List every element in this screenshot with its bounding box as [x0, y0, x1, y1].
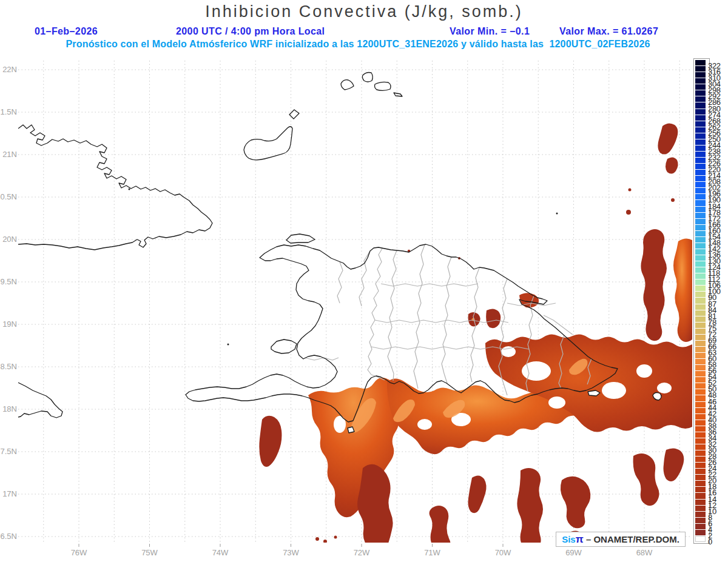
colorbar-box: [695, 261, 706, 267]
colorbar-box: [695, 139, 706, 146]
colorbar-box: [695, 536, 706, 542]
colorbar-box: [695, 389, 706, 395]
colorbar-box: [695, 213, 706, 219]
colorbar-box: [695, 475, 706, 481]
credit-box: Sisπ – ONAMET/REP.DOM.: [556, 532, 686, 547]
colorbar-box: [695, 115, 706, 121]
colorbar-box: [695, 402, 706, 408]
jamaica-coastline: [18, 383, 62, 418]
colorbar-box: [695, 286, 706, 292]
colorbar-box: [695, 353, 706, 359]
colorbar-box: [695, 158, 706, 164]
colorbar-box: [695, 512, 706, 518]
colorbar-box: [695, 359, 706, 365]
lat-tick-label: 18N: [0, 405, 17, 413]
colorbar-box: [695, 438, 706, 444]
colorbar-box: [695, 487, 706, 493]
colorbar-box: [695, 316, 706, 323]
colorbar-tick-label: 0: [708, 539, 712, 545]
colorbar-box: [695, 96, 706, 102]
turks-caicos-islands: [341, 73, 402, 97]
lat-tick-label: 6.5N: [0, 532, 17, 541]
colorbar-box: [695, 414, 706, 420]
colorbar: [693, 58, 710, 544]
colorbar-box: [695, 493, 706, 499]
credit-sis-label: Sis: [562, 534, 576, 544]
colorbar-box: [695, 273, 706, 279]
colorbar-box: [695, 323, 706, 329]
colorbar-box: [695, 182, 706, 188]
colorbar-box: [695, 524, 706, 530]
lon-tick-label: 70W: [485, 549, 521, 557]
colorbar-box: [695, 200, 706, 206]
lat-tick-label: 7.5N: [0, 447, 17, 456]
colorbar-boxes: [695, 60, 708, 542]
lon-tick-label: 72W: [343, 549, 380, 557]
colorbar-box: [695, 84, 706, 90]
lon-tick-label: 69W: [556, 549, 592, 557]
colorbar-box: [695, 225, 706, 231]
tortue-island: [286, 234, 315, 243]
colorbar-box: [695, 395, 706, 401]
colorbar-box: [695, 341, 706, 347]
colorbar-box: [695, 219, 706, 225]
colorbar-box: [695, 60, 706, 66]
colorbar-box: [695, 90, 706, 96]
colorbar-box: [695, 255, 706, 261]
colorbar-box: [695, 298, 706, 304]
colorbar-box: [695, 432, 706, 438]
colorbar-box: [695, 152, 706, 158]
lat-tick-label: 0.5N: [0, 193, 17, 201]
colorbar-box: [695, 237, 706, 243]
colorbar-box: [695, 66, 706, 72]
credit-onamet-label: – ONAMET/REP.DOM.: [584, 534, 679, 544]
colorbar-box: [695, 310, 706, 316]
credit-pi-logo: π: [576, 534, 584, 544]
colorbar-box: [695, 231, 706, 237]
colorbar-box: [695, 109, 706, 115]
colorbar-box: [695, 170, 706, 176]
great-inagua-island: [244, 127, 292, 160]
colorbar-box: [695, 121, 706, 127]
cin-dark-blobs: [259, 123, 684, 547]
colorbar-box: [695, 420, 706, 426]
cin-shading: [259, 123, 692, 547]
colorbar-box: [695, 463, 706, 469]
colorbar-box: [695, 243, 706, 249]
lat-tick-label: 20N: [0, 235, 17, 244]
colorbar-box: [695, 164, 706, 170]
lat-tick-label: 1.5N: [0, 108, 17, 116]
colorbar-box: [695, 383, 706, 389]
colorbar-box: [695, 365, 706, 371]
lat-tick-label: 8.5N: [0, 363, 17, 371]
gonave-island: [271, 340, 297, 353]
colorbar-box: [695, 146, 706, 152]
colorbar-box: [695, 188, 706, 194]
colorbar-box: [695, 530, 706, 536]
colorbar-box: [695, 267, 706, 273]
colorbar-box: [695, 347, 706, 353]
colorbar-box: [695, 329, 706, 335]
colorbar-box: [695, 335, 706, 341]
lat-tick-label: 21N: [0, 150, 17, 159]
lat-tick-label: 22N: [0, 65, 17, 74]
colorbar-box: [695, 207, 706, 213]
colorbar-box: [695, 426, 706, 432]
colorbar-box: [695, 444, 706, 450]
colorbar-box: [695, 457, 706, 463]
colorbar-box: [695, 194, 706, 200]
cuba-coastline: [18, 125, 212, 250]
weather-map-page: Inhibicion Convectiva (J/kg, somb.) 01–F…: [0, 0, 728, 562]
colorbar-box: [695, 371, 706, 377]
map-canvas: [0, 0, 728, 562]
lon-tick-label: 71W: [414, 549, 451, 557]
colorbar-box: [695, 72, 706, 78]
colorbar-box: [695, 506, 706, 512]
lon-tick-label: 76W: [61, 549, 97, 557]
lat-tick-label: 9.5N: [0, 278, 17, 286]
colorbar-box: [695, 127, 706, 133]
colorbar-box: [695, 408, 706, 414]
lat-tick-label: 19N: [0, 320, 17, 329]
lon-tick-label: 75W: [132, 549, 168, 557]
lon-tick-label: 68W: [626, 549, 662, 557]
